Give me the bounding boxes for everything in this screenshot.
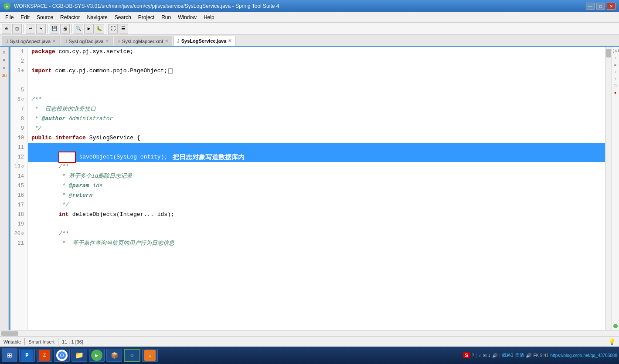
tab-syslogservice[interactable]: J SysLogService.java ✕ <box>173 36 235 46</box>
menu-help[interactable]: Help <box>200 13 218 21</box>
taskbar-folder-btn[interactable]: 📁 <box>71 349 87 362</box>
scrollbar-thumb[interactable] <box>606 49 611 57</box>
toolbar-btn-save[interactable]: 💾 <box>50 24 59 34</box>
minimize-button[interactable]: — <box>586 3 595 10</box>
status-light-icon: 💡 <box>608 338 616 345</box>
tab-close[interactable]: ✕ <box>228 38 231 43</box>
comment-14: * <box>62 172 69 181</box>
right-icon-up[interactable]: ↑ <box>612 77 619 81</box>
taskbar-db-btn[interactable]: 📦 <box>106 349 122 362</box>
right-icon-box[interactable]: □ <box>612 84 619 88</box>
line-8: 8 <box>10 114 26 124</box>
menu-project[interactable]: Project <box>135 13 158 21</box>
taskbar-spring-btn[interactable]: ⚙ <box>124 349 140 362</box>
left-sidebar: ⊙ ⊕ ⊘ Ju <box>0 47 9 330</box>
comment-7: * <box>31 104 45 114</box>
tab-syslogmapper[interactable]: × SysLogMapper.xml ✕ <box>114 36 172 46</box>
code-line-7: * 日志模块的业务接口 <box>28 104 605 114</box>
comment-15: * <box>62 181 69 191</box>
line-4 <box>10 76 26 85</box>
toolbar-btn-5[interactable]: ⛶ <box>108 24 118 34</box>
comment-21: * <box>62 239 72 248</box>
status-insert-mode: Smart Insert <box>28 339 54 344</box>
tab-close[interactable]: ✕ <box>105 39 109 44</box>
menu-search[interactable]: Search <box>111 13 135 21</box>
tab-syslogdao[interactable]: J SysLogDao.java ✕ <box>61 36 113 46</box>
code-line-3: import com.cy.pj.common.pojo.PageObject; <box>28 66 605 76</box>
taskbar-p-btn[interactable]: P <box>19 349 35 362</box>
toolbar-btn-print[interactable]: 🖨 <box>60 24 70 34</box>
tab-close[interactable]: ✕ <box>165 39 168 44</box>
comment-start-6: /** <box>31 95 41 104</box>
taskbar: ⊞ P Z 📁 ▶ 📦 ⚙ ☕ S ? | ⌂ ✉ ⤓ 🔊 | 线路1 高清 🔊… <box>0 347 619 364</box>
menu-file[interactable]: File <box>2 13 17 21</box>
toolbar-btn-2[interactable]: ◫ <box>12 24 22 34</box>
sidebar-icon-3[interactable]: ⊘ <box>1 64 8 71</box>
code-line-2 <box>28 57 605 66</box>
line-7: 7 <box>10 104 26 114</box>
statusbar: Writable Smart Insert 11 : 1 [36] 💡 <box>0 336 619 347</box>
code-line-20: /** <box>28 229 605 239</box>
editor-main: ⊙ ⊕ ⊘ Ju 1 2 3⊕ 5 6⊖ 7 8 9 10 11 12 13⊖ … <box>0 47 619 330</box>
code-editor[interactable]: package com.cy.pj.sys.service; import co… <box>28 47 605 330</box>
menu-refactor[interactable]: Refactor <box>57 13 83 21</box>
line-5: 5 <box>10 85 26 95</box>
menu-source[interactable]: Source <box>33 13 57 21</box>
menu-edit[interactable]: Edit <box>17 13 33 21</box>
start-button[interactable]: ⊞ <box>2 348 17 362</box>
keyword-int: int <box>58 210 68 219</box>
tab-icon: J <box>6 39 8 44</box>
tray-separator-2: | <box>499 353 500 358</box>
status-sep-2 <box>58 338 58 345</box>
system-tray: S ? | ⌂ ✉ ⤓ 🔊 | 线路1 高清 🔊 FK 9:41 https:/… <box>463 352 617 358</box>
code-line-21: * 基于条件查询当前页的用户行为日志信息 <box>28 239 605 248</box>
sidebar-icon-1[interactable]: ⊙ <box>1 49 8 56</box>
tab-icon: J <box>65 39 67 44</box>
menu-run[interactable]: Run <box>158 13 174 21</box>
chrome-icon <box>56 350 68 361</box>
maximize-button[interactable]: □ <box>596 3 605 10</box>
tab-syslogaspect[interactable]: J SysLogAspect.java ✕ <box>2 36 60 46</box>
line-15: 15 <box>10 181 26 191</box>
tray-sohu-icon: S <box>463 352 469 358</box>
taskbar-java-btn[interactable]: ☕ <box>142 349 158 362</box>
horizontal-scrollbar[interactable] <box>0 330 619 336</box>
menu-window[interactable]: Window <box>174 13 200 21</box>
toolbar-btn-search[interactable]: 🔍 <box>74 24 83 34</box>
tab-close[interactable]: ✕ <box>52 39 56 44</box>
window-title: WORKSPACE - CGB-DB-SYS-V3.01/src/main/ja… <box>14 3 586 9</box>
close-button[interactable]: ✕ <box>607 3 616 10</box>
menu-navigate[interactable]: Navigate <box>83 13 111 21</box>
code-line-15: * @param ids <box>28 181 605 191</box>
right-icon-dot[interactable]: ● <box>612 91 619 95</box>
toolbar-btn-debug[interactable]: 🐛 <box>95 24 104 34</box>
right-icon-overview[interactable]: (x) <box>612 49 619 53</box>
taskbar-green-btn[interactable]: ▶ <box>89 349 105 362</box>
line-12: 12 <box>10 152 26 162</box>
comment-8: * <box>31 114 41 124</box>
tab-label: SysLogAspect.java <box>10 39 51 44</box>
right-icon-down[interactable]: ↓ <box>612 70 619 74</box>
void-keyword-box: void <box>58 152 75 163</box>
comment-16: * <box>62 191 69 200</box>
taskbar-filezilla-btn[interactable]: Z <box>37 349 52 362</box>
toolbar-btn-1[interactable]: ⊙ <box>2 24 11 34</box>
right-icon-arrow[interactable]: ↗ <box>612 56 619 61</box>
hscrollbar-thumb[interactable] <box>1 331 18 336</box>
comment-15b: ids <box>89 181 103 191</box>
right-icon-tasks[interactable]: ≡ <box>612 63 619 67</box>
taskbar-chrome-btn[interactable] <box>54 349 70 362</box>
toolbar-btn-4[interactable]: ↪ <box>36 24 46 34</box>
line-6: 6⊖ <box>10 95 26 104</box>
sidebar-icon-ju[interactable]: Ju <box>1 72 8 79</box>
code-line-5 <box>28 85 605 95</box>
toolbar-btn-6[interactable]: ☰ <box>119 24 128 34</box>
tray-question-icon: ? <box>472 353 474 358</box>
sidebar-icon-2[interactable]: ⊕ <box>1 57 8 64</box>
code-line-12: void saveObject(SysLog entity); 把日志对象写道数… <box>28 152 605 162</box>
vertical-scrollbar[interactable] <box>605 47 611 330</box>
code-line-11 <box>28 143 605 152</box>
toolbar-btn-run[interactable]: ▶ <box>84 24 94 34</box>
tab-label: SysLogDao.java <box>69 39 104 44</box>
toolbar-btn-3[interactable]: ↩ <box>26 24 35 34</box>
